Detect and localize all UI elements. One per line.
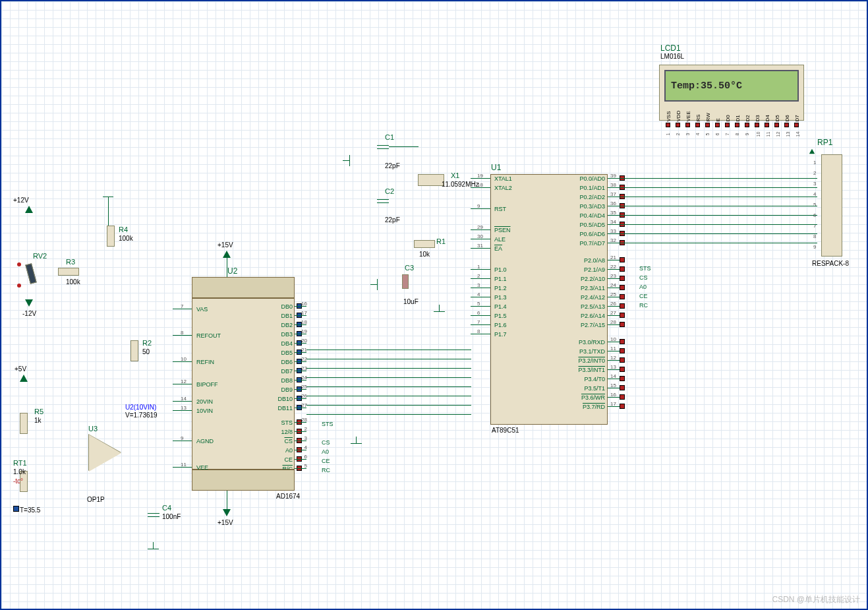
u1-pin-P3.6/WR: P3.6/WR [573, 394, 605, 401]
u1-pin-P2.7/A15: P2.7/A15 [573, 322, 605, 328]
lcd-pin-VEE: VEE [685, 111, 691, 121]
r3 [58, 268, 79, 276]
u1-pin-P2.5/A13: P2.5/A13 [573, 303, 605, 310]
x1 [418, 174, 444, 186]
u1-pin-P3.1/TXD: P3.1/TXD [573, 348, 605, 355]
rv2-btm-dot[interactable] [17, 284, 21, 288]
u2-pin-VAS: VAS [196, 306, 208, 313]
u1-pin-P2.0/A8: P2.0/A8 [573, 257, 605, 264]
u1-pin-P1.3: P1.3 [494, 294, 507, 301]
r4-ref: R4 [119, 226, 128, 233]
lcd-ref: LCD1 [660, 44, 681, 53]
probe-name: U2(10VIN) [125, 404, 156, 411]
u1-pin-P2.3/A11: P2.3/A11 [573, 285, 605, 291]
u1-pin-P1.5: P1.5 [494, 313, 507, 319]
x1-ref: X1 [451, 171, 459, 179]
u2-pin-BIPOFF: BIPOFF [196, 381, 218, 388]
u1-pin-XTAL1: XTAL1 [494, 175, 512, 182]
u2-top [192, 277, 295, 298]
r4-val: 100k [119, 235, 133, 242]
u1-net-RC: RC [639, 302, 648, 309]
lcd-pin-E: E [715, 118, 721, 121]
rv2-ref: RV2 [33, 252, 47, 260]
rt1-meas: T=35.5 [20, 506, 40, 514]
u1-pin-EA: EA [494, 245, 502, 252]
r5-val: 1k [34, 417, 42, 424]
lcd-pin-D1: D1 [735, 115, 741, 121]
u2-pin-REFOUT: REFOUT [196, 332, 221, 339]
u2-pin-DB11: DB11 [272, 405, 293, 412]
u2-net-A0: A0 [322, 448, 329, 455]
c1-val: 22pF [385, 162, 400, 169]
u2-pin-DB3: DB3 [272, 331, 293, 338]
lcd-part: LM016L [660, 53, 684, 60]
u3-part: OP1P [87, 496, 105, 503]
u1-pin-P0.4/AD4: P0.4/AD4 [573, 212, 605, 219]
u1-pin-P1.7: P1.7 [494, 331, 507, 338]
c3 [402, 274, 409, 289]
lcd-screen: Temp:35.50°C [664, 70, 799, 102]
u3-ref: U3 [88, 425, 98, 433]
u1-pin-P3.3/INT1: P3.3/INT1 [573, 367, 605, 373]
r3-val: 100k [66, 278, 80, 286]
u1-pin-P2.4/A12: P2.4/A12 [573, 294, 605, 301]
lcd-pin-RS: RS [695, 114, 701, 121]
u1-pin-P0.0/AD0: P0.0/AD0 [573, 175, 605, 182]
lcd-pin-VSS: VSS [666, 111, 672, 121]
u1-pin-RST: RST [494, 206, 506, 212]
lcd-pin-D5: D5 [774, 115, 780, 121]
u1-pin-P0.7/AD7: P0.7/AD7 [573, 240, 605, 247]
r2-ref: R2 [142, 339, 152, 347]
r1 [414, 240, 435, 248]
u1-pin-P1.0: P1.0 [494, 266, 507, 273]
u2-btm [192, 470, 295, 491]
u2-pin-CS: CS [272, 438, 293, 444]
u2-vcc-icon [223, 251, 231, 258]
c3-val: 10uF [403, 298, 419, 305]
u2-pin-DB2: DB2 [272, 322, 293, 328]
u2-pin-STS: STS [272, 419, 293, 426]
u2-part: AD1674 [276, 493, 300, 500]
r3-ref: R3 [66, 258, 75, 266]
r4 [107, 226, 115, 247]
watermark: CSDN @单片机技能设计 [772, 594, 860, 605]
r1-val: 10k [419, 251, 430, 258]
lcd-pin-D3: D3 [755, 115, 761, 121]
u2-pin-12/8: 12/8 [272, 429, 293, 435]
r2-val: 50 [142, 348, 150, 355]
lcd-pin-RW: RW [705, 113, 711, 121]
lcd-display-text: Temp:35.50°C [671, 80, 742, 92]
u1-pin-XTAL2: XTAL2 [494, 185, 512, 191]
lcd-pin-VDD: VDD [676, 111, 681, 122]
c3-ref: C3 [405, 264, 414, 272]
c2-val: 22pF [385, 216, 400, 224]
rt1-val: 1.0k [13, 468, 26, 475]
u1-net-CS: CS [639, 274, 648, 281]
u1-ref: U1 [491, 163, 501, 172]
u1-pin-P0.1/AD1: P0.1/AD1 [573, 185, 605, 191]
p5v: +5V [14, 365, 26, 373]
u2-pin-10VIN: 10VIN [196, 408, 213, 414]
u2-pin-CE: CE [272, 456, 293, 463]
db-bus-wire [306, 350, 471, 350]
lcd-pin-D0: D0 [725, 115, 731, 121]
c4-ref: C4 [162, 504, 171, 512]
r5 [20, 413, 28, 434]
u1-pin-ALE: ALE [494, 236, 506, 243]
lcd-pin-D7: D7 [794, 115, 800, 121]
rv2-top-dot[interactable] [17, 262, 21, 266]
u1-pin-P1.1: P1.1 [494, 276, 507, 282]
m12v: -12V [22, 310, 36, 317]
u1-net-CE: CE [639, 293, 648, 299]
rp1-part: RESPACK-8 [812, 260, 849, 267]
rt1-pin-icon [13, 506, 19, 512]
r2 [130, 340, 138, 361]
r1-ref: R1 [436, 237, 446, 245]
u1-pin-P0.6/AD6: P0.6/AD6 [573, 231, 605, 237]
u2-net-STS: STS [322, 421, 333, 427]
rp1-ref: RP1 [817, 138, 832, 147]
schematic-canvas[interactable]: LCD1 LM016L Temp:35.50°C VSS 1 VDD 2 VEE… [0, 0, 868, 610]
p0-bus-wire [620, 178, 817, 179]
u2-pin-DB8: DB8 [272, 377, 293, 384]
u2-pin-DB7: DB7 [272, 368, 293, 375]
